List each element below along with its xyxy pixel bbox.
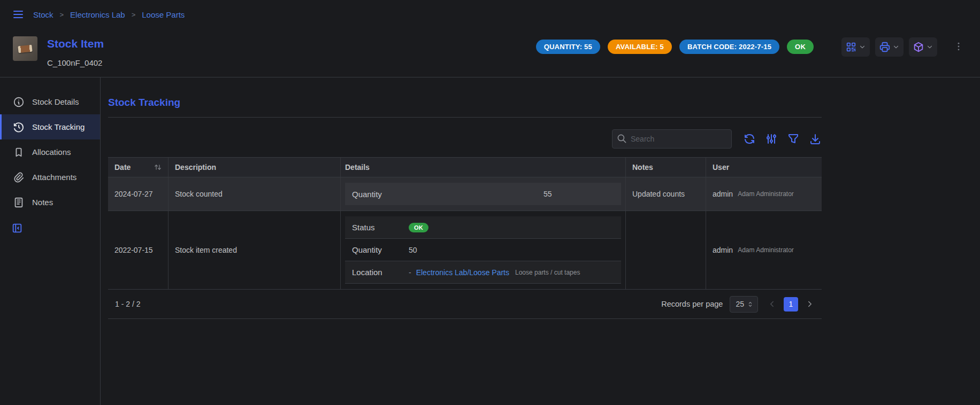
printer-icon	[879, 41, 891, 53]
app-root: Stock > Electronics Lab > Loose Parts St…	[0, 0, 980, 405]
column-header-details: Details	[341, 158, 626, 177]
table-toolbar	[108, 129, 822, 149]
hamburger-icon	[12, 8, 25, 21]
column-header-notes: Notes	[626, 158, 706, 177]
detail-label: Status	[352, 223, 409, 232]
page-body: Stock Details Stock Tracking Allocations…	[0, 77, 980, 405]
sidebar-item-label: Allocations	[32, 147, 71, 157]
search-box	[612, 129, 732, 149]
status-badges: QUANTITY: 55 AVAILABLE: 5 BATCH CODE: 20…	[536, 40, 814, 54]
cell-user: admin Adam Administrator	[706, 211, 822, 289]
paperclip-icon	[13, 172, 25, 183]
detail-row-quantity: Quantity 50	[345, 239, 621, 261]
history-icon	[13, 121, 25, 133]
hamburger-menu-button[interactable]	[12, 8, 25, 21]
status-ok-badge: OK	[787, 40, 814, 54]
table-row[interactable]: 2024-07-27 Stock counted Quantity 55 Upd…	[108, 177, 822, 211]
detail-row-location: Location - Electronics Lab/Loose Parts L…	[345, 261, 621, 284]
filter-icon	[787, 133, 800, 145]
location-dash: -	[409, 268, 411, 277]
cell-user: admin Adam Administrator	[706, 177, 822, 211]
breadcrumb-link-stock[interactable]: Stock	[33, 10, 53, 19]
filter-button[interactable]	[787, 133, 800, 145]
page-1-button[interactable]: 1	[784, 297, 798, 311]
table-header-row: Date Description Details Notes User	[108, 157, 822, 177]
location-note: Loose parts / cut tapes	[515, 269, 580, 276]
breadcrumb-link-loose-parts[interactable]: Loose Parts	[142, 10, 185, 19]
more-options-button[interactable]	[951, 39, 966, 56]
qrcode-icon	[845, 41, 857, 53]
previous-page-button[interactable]	[767, 299, 777, 309]
dots-menu-icon	[953, 41, 964, 52]
cell-date: 2024-07-27	[108, 177, 169, 211]
sidebar-item-allocations[interactable]: Allocations	[0, 139, 100, 165]
sidebar-item-attachments[interactable]: Attachments	[0, 165, 100, 190]
detail-label: Quantity	[352, 190, 409, 199]
cell-details: Quantity 55	[341, 177, 626, 211]
sidebar-item-label: Stock Tracking	[32, 122, 85, 131]
record-range-label: 1 - 2 / 2	[115, 300, 140, 308]
status-ok-pill: OK	[409, 223, 428, 232]
stock-item-thumbnail[interactable]	[13, 36, 37, 61]
sidebar-collapse-icon	[11, 222, 23, 234]
chevron-down-icon	[859, 43, 866, 51]
username: admin	[713, 190, 733, 198]
sidebar-item-label: Attachments	[32, 173, 76, 182]
search-icon	[617, 134, 627, 144]
breadcrumb-separator: >	[60, 11, 64, 19]
sidebar-collapse-button[interactable]	[11, 222, 23, 234]
sidebar-item-stock-tracking[interactable]: Stock Tracking	[0, 114, 100, 139]
table-row[interactable]: 2022-07-15 Stock item created Status OK …	[108, 211, 822, 290]
table-options-button[interactable]	[765, 133, 778, 145]
component-image	[18, 44, 32, 53]
sort-arrows-icon[interactable]	[154, 163, 162, 171]
print-actions-button[interactable]	[875, 37, 904, 57]
sidebar-item-label: Notes	[32, 198, 53, 207]
cell-date: 2022-07-15	[108, 211, 169, 289]
download-button[interactable]	[809, 133, 822, 145]
stock-actions-cube-icon	[913, 41, 924, 53]
cell-notes: Updated counts	[626, 177, 706, 211]
stock-tracking-table: Date Description Details Notes User 2024…	[108, 157, 822, 319]
bookmark-icon	[13, 146, 25, 158]
sidebar-item-label: Stock Details	[32, 97, 79, 106]
next-page-button[interactable]	[805, 299, 815, 309]
stock-actions-button[interactable]	[909, 37, 937, 57]
main-content: Stock Tracking	[108, 97, 822, 319]
adjustments-icon	[765, 133, 778, 145]
available-badge: AVAILABLE: 5	[608, 40, 672, 54]
breadcrumb-link-electronics-lab[interactable]: Electronics Lab	[70, 10, 125, 19]
cell-description: Stock item created	[169, 211, 341, 289]
quantity-badge: QUANTITY: 55	[536, 40, 600, 54]
pagination-controls: Records per page 25 1	[661, 296, 815, 313]
detail-label: Quantity	[352, 245, 409, 254]
notes-icon	[13, 197, 25, 208]
search-input[interactable]	[612, 129, 732, 149]
chevron-right-icon	[805, 299, 815, 309]
cell-notes	[626, 211, 706, 289]
selector-chevrons-icon	[747, 301, 754, 308]
refresh-button[interactable]	[743, 133, 756, 145]
header-actions	[841, 37, 966, 57]
column-header-description[interactable]: Description	[169, 158, 341, 177]
sidebar-item-stock-details[interactable]: Stock Details	[0, 89, 100, 114]
chevron-down-icon	[926, 43, 933, 51]
column-header-date[interactable]: Date	[108, 158, 169, 177]
location-link[interactable]: Electronics Lab/Loose Parts	[416, 268, 509, 277]
records-per-page-select[interactable]: 25	[730, 296, 758, 313]
detail-value: 50	[409, 246, 417, 254]
pager: 1	[767, 297, 815, 311]
info-circle-icon	[13, 96, 25, 108]
section-divider	[108, 117, 822, 118]
title-block: Stock Item C_100nF_0402	[47, 36, 104, 67]
cell-details: Status OK Quantity 50 Location -	[341, 211, 626, 289]
download-icon	[809, 133, 822, 145]
sidebar-item-notes[interactable]: Notes	[0, 190, 100, 215]
detail-stack: Status OK Quantity 50 Location -	[345, 216, 621, 284]
chevron-down-icon	[892, 43, 900, 51]
barcode-actions-button[interactable]	[841, 37, 870, 57]
cell-description: Stock counted	[169, 177, 341, 211]
breadcrumb-separator: >	[132, 11, 136, 19]
top-bar: Stock > Electronics Lab > Loose Parts	[0, 0, 980, 29]
breadcrumb: Stock > Electronics Lab > Loose Parts	[33, 10, 185, 19]
